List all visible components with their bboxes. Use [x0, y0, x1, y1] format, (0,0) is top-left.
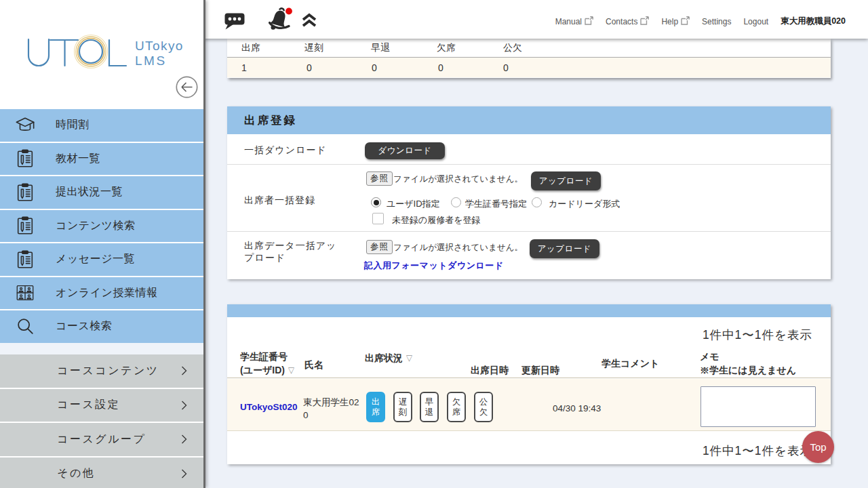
svg-text:UTokyo: UTokyo [135, 39, 184, 53]
svg-text:LMS: LMS [135, 54, 167, 68]
